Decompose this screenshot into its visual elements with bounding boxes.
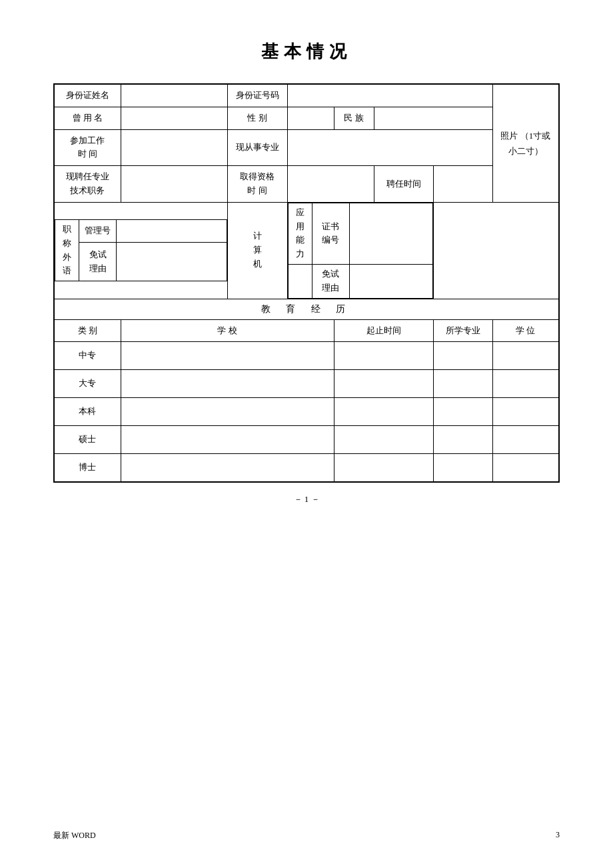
edu-col-degree: 学 位 bbox=[492, 319, 559, 342]
gender-label: 性 别 bbox=[227, 107, 287, 129]
edu-col-type: 类 别 bbox=[54, 319, 121, 342]
current-specialty-label: 现从事专业 bbox=[227, 129, 287, 166]
id-number-label: 身份证号码 bbox=[227, 84, 287, 107]
computer-detail-container: 应用能力 证书编号 免试理由 bbox=[287, 202, 433, 299]
gender-value bbox=[287, 107, 334, 129]
main-table: 身份证姓名 身份证号码 照片 （1寸或小二寸） 曾 用 名 性 别 民 族 参加… bbox=[53, 83, 560, 483]
edu-row-boshi: 博士 bbox=[54, 454, 559, 482]
manage-number-label: 管理号 bbox=[79, 220, 117, 243]
edu-degree-2 bbox=[492, 398, 559, 426]
edu-time-0 bbox=[334, 342, 433, 370]
edu-major-0 bbox=[433, 342, 492, 370]
qualify-time-label: 取得资格 时 间 bbox=[227, 166, 287, 203]
id-name-label: 身份证姓名 bbox=[54, 84, 121, 107]
hire-time-value bbox=[433, 166, 492, 203]
current-specialty-value bbox=[287, 129, 492, 166]
hire-time-label: 聘任时间 bbox=[374, 166, 433, 203]
edu-time-2 bbox=[334, 398, 433, 426]
computer-label: 计算机 bbox=[227, 202, 287, 299]
edu-degree-4 bbox=[492, 454, 559, 482]
edu-degree-0 bbox=[492, 342, 559, 370]
exempt-reason-label2: 免试理由 bbox=[312, 264, 349, 298]
education-header: 教 育 经 历 bbox=[54, 299, 559, 319]
exempt-reason-value2 bbox=[349, 264, 432, 298]
footer-right: 3 bbox=[556, 830, 560, 841]
edu-time-4 bbox=[334, 454, 433, 482]
computer-row1: 应用能力 证书编号 bbox=[288, 203, 432, 264]
page-title: 基本情况 bbox=[53, 40, 560, 63]
edu-school-2 bbox=[121, 398, 334, 426]
edu-time-3 bbox=[334, 426, 433, 454]
edu-type-1: 大专 bbox=[54, 370, 121, 398]
education-header-row: 教 育 经 历 bbox=[54, 299, 559, 319]
apply-ability-label2 bbox=[288, 264, 312, 298]
page: 基本情况 身份证姓名 身份证号码 照片 （1寸或小二寸） 曾 用 名 性 别 民… bbox=[0, 0, 613, 868]
edu-col-school: 学 校 bbox=[121, 319, 334, 342]
edu-school-4 bbox=[121, 454, 334, 482]
edu-type-3: 硕士 bbox=[54, 426, 121, 454]
title-foreign-row1: 职称外语 管理号 bbox=[55, 220, 227, 243]
former-name-value bbox=[121, 107, 227, 129]
edu-major-4 bbox=[433, 454, 492, 482]
title-foreign-subtable: 职称外语 管理号 免试理由 bbox=[55, 219, 227, 281]
edu-major-3 bbox=[433, 426, 492, 454]
work-start-value bbox=[121, 129, 227, 166]
table-row-3: 参加工作 时 间 现从事专业 bbox=[54, 129, 559, 166]
cert-number-value bbox=[349, 203, 432, 264]
title-foreign-row2: 免试理由 bbox=[55, 243, 227, 281]
edu-school-0 bbox=[121, 342, 334, 370]
table-row-1: 身份证姓名 身份证号码 照片 （1寸或小二寸） bbox=[54, 84, 559, 107]
qualify-time-value bbox=[287, 166, 374, 203]
table-row-4: 现聘任专业 技术职务 取得资格 时 间 聘任时间 bbox=[54, 166, 559, 203]
edu-row-shuoshi: 硕士 bbox=[54, 426, 559, 454]
footer: 最新 WORD 3 bbox=[53, 830, 560, 841]
edu-school-1 bbox=[121, 370, 334, 398]
current-title-value bbox=[121, 166, 227, 203]
former-name-label: 曾 用 名 bbox=[54, 107, 121, 129]
table-row-2: 曾 用 名 性 别 民 族 bbox=[54, 107, 559, 129]
edu-time-1 bbox=[334, 370, 433, 398]
apply-ability-label: 应用能力 bbox=[288, 203, 312, 264]
edu-type-4: 博士 bbox=[54, 454, 121, 482]
page-number: － 1 － bbox=[53, 493, 560, 505]
title-foreign-outer-label: 职称外语 bbox=[55, 220, 79, 281]
edu-major-1 bbox=[433, 370, 492, 398]
footer-left: 最新 WORD bbox=[53, 830, 96, 841]
edu-degree-3 bbox=[492, 426, 559, 454]
id-number-value bbox=[287, 84, 492, 107]
edu-col-major: 所学专业 bbox=[433, 319, 492, 342]
ethnicity-label: 民 族 bbox=[334, 107, 374, 129]
ethnicity-value bbox=[374, 107, 492, 129]
edu-row-dazhuan: 大专 bbox=[54, 370, 559, 398]
work-start-label: 参加工作 时 间 bbox=[54, 129, 121, 166]
edu-degree-1 bbox=[492, 370, 559, 398]
table-row-5: 职称外语 管理号 免试理由 计算机 应用能力 证书编号 bbox=[54, 202, 559, 299]
edu-row-zhongzhuan: 中专 bbox=[54, 342, 559, 370]
current-title-label: 现聘任专业 技术职务 bbox=[54, 166, 121, 203]
photo-cell: 照片 （1寸或小二寸） bbox=[492, 84, 559, 202]
computer-detail-subtable: 应用能力 证书编号 免试理由 bbox=[288, 203, 433, 299]
education-cols-header: 类 别 学 校 起止时间 所学专业 学 位 bbox=[54, 319, 559, 342]
id-name-value bbox=[121, 84, 227, 107]
edu-type-2: 本科 bbox=[54, 398, 121, 426]
cert-number-label: 证书编号 bbox=[312, 203, 349, 264]
edu-major-2 bbox=[433, 398, 492, 426]
edu-row-benke: 本科 bbox=[54, 398, 559, 426]
computer-row2: 免试理由 bbox=[288, 264, 432, 298]
edu-type-0: 中专 bbox=[54, 342, 121, 370]
manage-number-value bbox=[117, 220, 227, 243]
exempt-reason-value1 bbox=[117, 243, 227, 281]
title-foreign-container: 职称外语 管理号 免试理由 bbox=[54, 202, 227, 299]
edu-school-3 bbox=[121, 426, 334, 454]
exempt-reason-label1: 免试理由 bbox=[79, 243, 117, 281]
edu-col-time: 起止时间 bbox=[334, 319, 433, 342]
